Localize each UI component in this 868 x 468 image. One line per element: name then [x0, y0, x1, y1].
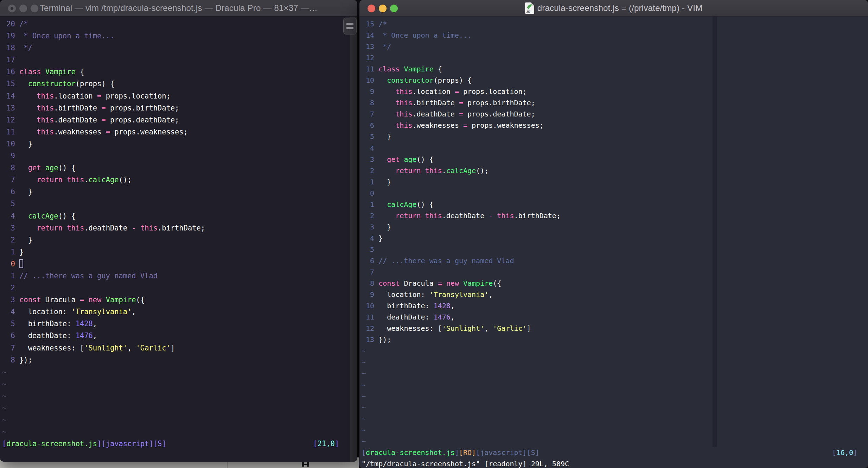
code-line: 10 constructor(props) { [362, 75, 868, 86]
token: // ...there was a guy named Vlad [19, 272, 158, 280]
macvim-titlebar[interactable]: JS dracula-screenshot.js = (/private/tmp… [359, 0, 868, 17]
status-cursor-position-segment: 21,0 [318, 439, 335, 448]
token: () { [417, 200, 434, 209]
token [19, 80, 28, 88]
code-line: 6 } [2, 186, 350, 198]
token: /* [19, 20, 28, 28]
line-number: 9 [362, 86, 374, 97]
token: location: [19, 308, 71, 316]
line-number: 11 [362, 311, 374, 323]
status-file-info-segment: [ [362, 448, 366, 457]
line-number: 7 [362, 108, 374, 120]
token: } [19, 236, 32, 244]
token: return [395, 211, 421, 220]
close-button[interactable] [368, 5, 375, 12]
token: Vampire [106, 296, 136, 304]
code-line: 6// ...there was a guy named Vlad [362, 255, 868, 266]
token: - [489, 211, 493, 220]
token [84, 296, 88, 304]
code-text: this.location = props.location; [19, 92, 171, 100]
code-text: birthDate: 1428, [378, 302, 455, 310]
code-line: 13 */ [362, 41, 868, 52]
token: , [451, 302, 455, 310]
token: } [378, 178, 391, 186]
token: get [387, 155, 400, 164]
code-line: 12 weaknesses: ['Sunlight', 'Garlic'] [362, 323, 868, 334]
token: Dracula [41, 296, 80, 304]
code-line: 7 this.deathDate = props.deathDate; [362, 108, 868, 120]
terminal-scrollbar[interactable] [350, 17, 357, 462]
line-number: 6 [2, 330, 15, 342]
minimize-button[interactable] [379, 5, 387, 12]
line-number: 9 [362, 289, 374, 300]
token: .location [54, 92, 97, 100]
token: deathDate: [378, 313, 434, 321]
zoom-button[interactable] [390, 5, 398, 12]
token: = [106, 128, 110, 136]
token: 'Sunlight' [84, 344, 127, 352]
token [378, 200, 387, 209]
token: * Once upon a time... [378, 31, 472, 39]
empty-line-tilde: ~ [362, 424, 868, 436]
vim-command-line: "/tmp/dracula-screenshot.js" [readonly] … [362, 458, 868, 468]
token [400, 155, 404, 164]
empty-line-tilde: ~ [362, 391, 868, 402]
code-line: 3 } [362, 221, 868, 233]
code-text: }); [19, 356, 32, 364]
code-line: 14 * Once upon a time... [362, 30, 868, 41]
token: this [37, 128, 54, 136]
token: 'Transylvania' [71, 308, 132, 316]
token: * Once upon a time... [19, 32, 114, 40]
code-line: 12 this.deathDate = props.deathDate; [2, 114, 350, 126]
code-line: 18 */ [2, 42, 350, 54]
code-text: deathDate: 1476, [378, 313, 455, 321]
line-number: 2 [2, 234, 15, 246]
command-line-text-segment: "/tmp/dracula-screenshot.js" [readonly] … [362, 460, 569, 468]
code-text [19, 260, 23, 268]
token: 1428 [434, 302, 451, 310]
token: 'Garlic' [136, 344, 171, 352]
line-number: 10 [362, 75, 374, 86]
minimize-button[interactable] [19, 5, 27, 12]
line-number: 2 [362, 210, 374, 221]
code-text: const Dracula = new Vampire({ [378, 279, 501, 287]
code-text: this.weaknesses = props.weaknesses; [19, 128, 188, 136]
terminal-titlebar[interactable]: Terminal — vim /tmp/dracula-screenshot.j… [0, 0, 357, 17]
zoom-button[interactable] [31, 5, 38, 12]
code-line: 15/* [362, 18, 868, 30]
token: props.birthDate; [463, 99, 535, 107]
line-number: 5 [362, 131, 374, 142]
token [442, 279, 446, 287]
status-cursor-position: [16,0] [832, 447, 857, 458]
token: }); [378, 335, 391, 344]
token: Vampire [463, 279, 493, 287]
status-cursor-position: [21,0] [313, 438, 339, 450]
token: .deathDate [84, 224, 132, 232]
vim-buffer-left[interactable]: 20/*19 * Once upon a time...18 */1716cla… [0, 17, 350, 462]
traffic-lights [8, 0, 38, 17]
token: ] [527, 324, 531, 333]
code-text: get age() { [19, 164, 76, 172]
vim-buffer-right[interactable]: 15/*14 * Once upon a time...13 */1211cla… [359, 17, 868, 468]
code-line: 6 this.weaknesses = props.weaknesses; [362, 120, 868, 131]
token [421, 166, 425, 175]
code-text: } [19, 236, 32, 244]
token: birthDate: [378, 302, 434, 310]
token: } [19, 140, 32, 148]
token: } [378, 234, 383, 242]
code-line: 16class Vampire { [2, 66, 350, 78]
line-number: 13 [2, 102, 15, 114]
code-line: 14 this.location = props.location; [2, 90, 350, 102]
code-text: /* [378, 20, 387, 28]
token: class [19, 68, 41, 76]
code-text: calcAge() { [19, 212, 76, 220]
token: return [37, 224, 63, 232]
close-button[interactable] [8, 5, 16, 12]
code-text: * Once upon a time... [378, 31, 472, 39]
line-number: 4 [362, 233, 374, 244]
token: props.weaknesses; [110, 128, 188, 136]
token: , [127, 344, 136, 352]
code-line: 4 location: 'Transylvania', [2, 306, 350, 318]
code-line: 17 [2, 54, 350, 66]
code-line: 4 calcAge() { [2, 210, 350, 222]
